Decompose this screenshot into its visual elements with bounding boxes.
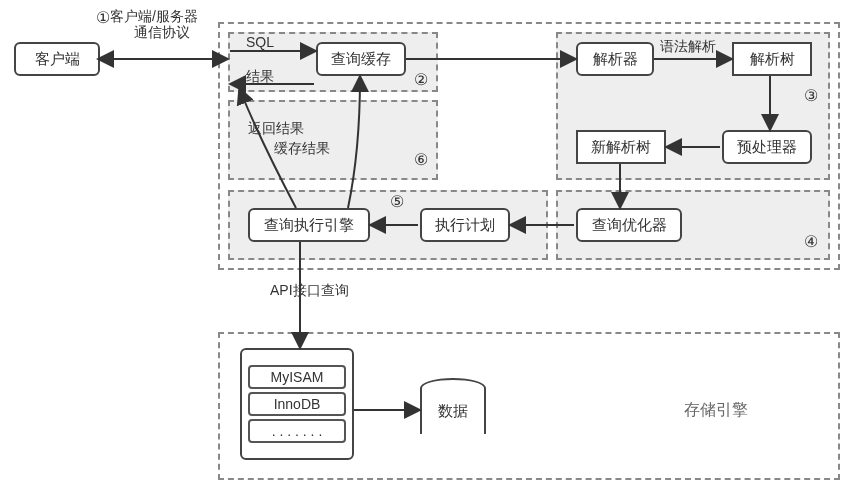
- step-4: ④: [804, 232, 818, 251]
- engine-item: MyISAM: [248, 365, 346, 389]
- return-result-label: 返回结果: [248, 120, 304, 138]
- step-5: ⑤: [390, 192, 404, 211]
- cache-result-label: 缓存结果: [274, 140, 330, 158]
- storage-section-label: 存储引擎: [684, 400, 748, 421]
- optimizer-node: 查询优化器: [576, 208, 682, 242]
- protocol-label-2: 通信协议: [134, 24, 190, 42]
- client-node: 客户端: [14, 42, 100, 76]
- step-3: ③: [804, 86, 818, 105]
- step-6: ⑥: [414, 150, 428, 169]
- parse-tree-node: 解析树: [732, 42, 812, 76]
- result-label: 结果: [246, 68, 274, 86]
- engine-item: . . . . . . .: [248, 419, 346, 443]
- step-2: ②: [414, 70, 428, 89]
- api-query-label: API接口查询: [270, 282, 349, 300]
- sql-label: SQL: [246, 34, 274, 50]
- preprocessor-node: 预处理器: [722, 130, 812, 164]
- exec-engine-node: 查询执行引擎: [248, 208, 370, 242]
- query-cache-node: 查询缓存: [316, 42, 406, 76]
- group-return: [228, 100, 438, 180]
- data-cylinder: 数据: [420, 378, 486, 444]
- step-1: ①: [96, 8, 110, 27]
- syntax-parse-label: 语法解析: [660, 38, 716, 56]
- engine-item: InnoDB: [248, 392, 346, 416]
- storage-engines-node: MyISAMInnoDB. . . . . . .: [240, 348, 354, 460]
- new-parse-tree-node: 新解析树: [576, 130, 666, 164]
- parser-node: 解析器: [576, 42, 654, 76]
- diagram-canvas: 客户端 查询缓存 解析器 解析树 预处理器 新解析树 查询优化器 执行计划 查询…: [0, 0, 854, 500]
- exec-plan-node: 执行计划: [420, 208, 510, 242]
- engine-list: MyISAMInnoDB. . . . . . .: [248, 362, 346, 446]
